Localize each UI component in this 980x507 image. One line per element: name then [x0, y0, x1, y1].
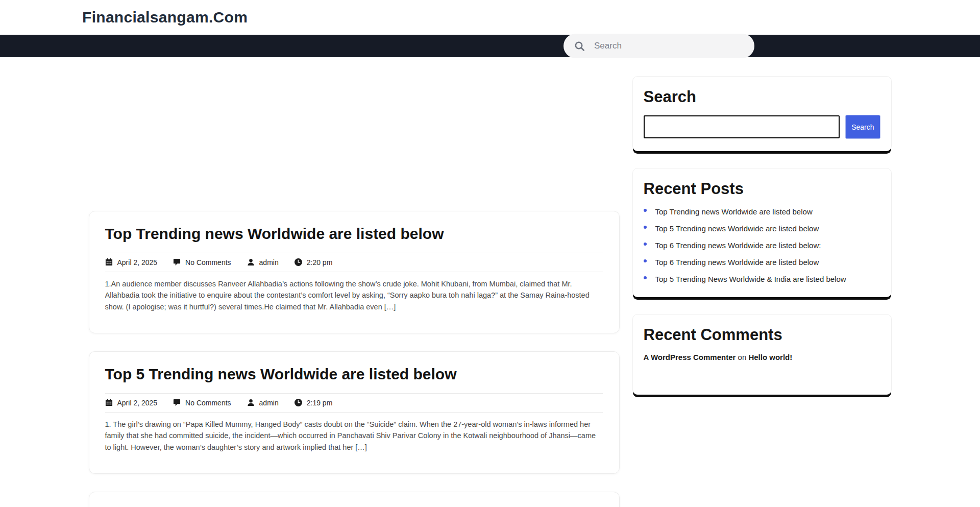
recent-post-link[interactable]: Top 5 Trending news Worldwide are listed…: [655, 224, 819, 234]
post-card: Top 6 Trending news Worldwide are listed…: [89, 492, 620, 507]
bullet-icon: [644, 209, 647, 212]
post-time: 2:19 pm: [295, 399, 333, 407]
sidebar: Search Search Recent Posts Top Trending …: [632, 76, 892, 395]
nav-search-input[interactable]: [593, 40, 746, 52]
post-author[interactable]: admin: [247, 258, 279, 267]
calendar-icon: [105, 399, 113, 406]
post-title[interactable]: Top Trending news Worldwide are listed b…: [105, 225, 603, 243]
post-date: April 2, 2025: [105, 258, 158, 267]
recent-post-item[interactable]: Top 5 Trending news Worldwide are listed…: [644, 224, 880, 234]
posts-column: Top Trending news Worldwide are listed b…: [89, 211, 620, 507]
main-navbar: [0, 35, 980, 57]
sidebar-search-input[interactable]: [644, 115, 840, 138]
recent-post-link[interactable]: Top 5 Trending News Worldwide & India ar…: [655, 274, 846, 284]
recent-post-link[interactable]: Top 6 Trending news Worldwide are listed…: [655, 257, 819, 268]
user-icon: [247, 399, 255, 406]
comment-author-link[interactable]: A WordPress Commenter: [644, 353, 736, 361]
post-excerpt: 1.An audience member discusses Ranveer A…: [105, 278, 603, 313]
post-author[interactable]: admin: [247, 399, 279, 407]
recent-comments-widget: Recent Comments A WordPress Commenter on…: [632, 314, 892, 395]
sidebar-search-form: Search: [644, 115, 880, 140]
bullet-icon: [644, 259, 647, 262]
sidebar-search-widget: Search Search: [632, 76, 892, 151]
post-card: Top 5 Trending news Worldwide are listed…: [89, 351, 620, 474]
recent-posts-title: Recent Posts: [644, 180, 880, 198]
comment-icon: [173, 399, 181, 406]
recent-post-link[interactable]: Top Trending news Worldwide are listed b…: [655, 207, 813, 217]
nav-search-bar[interactable]: [564, 34, 754, 58]
recent-comment-item: A WordPress Commenter on Hello world!: [644, 353, 880, 361]
post-title[interactable]: Top 5 Trending news Worldwide are listed…: [105, 366, 603, 383]
post-meta: April 2, 2025 No Comments admin 2:20 pm: [105, 253, 603, 272]
post-comments[interactable]: No Comments: [173, 399, 231, 407]
recent-post-item[interactable]: Top 6 Trending news Worldwide are listed…: [644, 257, 880, 268]
clock-icon: [295, 399, 302, 406]
comment-icon: [173, 258, 181, 266]
recent-posts-widget: Recent Posts Top Trending news Worldwide…: [632, 168, 892, 297]
user-icon: [247, 258, 255, 266]
recent-posts-list: Top Trending news Worldwide are listed b…: [644, 207, 880, 284]
site-title[interactable]: Financialsangam.Com: [82, 9, 248, 26]
bullet-icon: [644, 226, 647, 229]
post-comments[interactable]: No Comments: [173, 258, 231, 267]
post-card: Top Trending news Worldwide are listed b…: [89, 211, 620, 333]
bullet-icon: [644, 276, 647, 279]
page-layout: Top Trending news Worldwide are listed b…: [89, 57, 892, 507]
comment-connector: on: [738, 353, 747, 361]
post-date: April 2, 2025: [105, 399, 158, 407]
recent-post-item[interactable]: Top Trending news Worldwide are listed b…: [644, 207, 880, 217]
post-meta: April 2, 2025 No Comments admin 2:19 pm: [105, 393, 603, 413]
site-header: Financialsangam.Com: [0, 0, 980, 35]
recent-comments-title: Recent Comments: [644, 326, 880, 344]
recent-post-link[interactable]: Top 6 Trending news Worldwide are listed…: [655, 240, 821, 251]
recent-post-item[interactable]: Top 5 Trending News Worldwide & India ar…: [644, 274, 880, 284]
post-excerpt: 1. The girl’s drawing on “Papa Killed Mu…: [105, 419, 603, 453]
post-time: 2:20 pm: [295, 258, 333, 267]
calendar-icon: [105, 258, 113, 266]
bullet-icon: [644, 243, 647, 246]
sidebar-search-button[interactable]: Search: [845, 115, 880, 139]
recent-post-item[interactable]: Top 6 Trending news Worldwide are listed…: [644, 240, 880, 251]
search-icon: [574, 41, 585, 52]
sidebar-search-title: Search: [644, 88, 880, 106]
comment-post-link[interactable]: Hello world!: [748, 353, 792, 361]
clock-icon: [295, 258, 302, 266]
